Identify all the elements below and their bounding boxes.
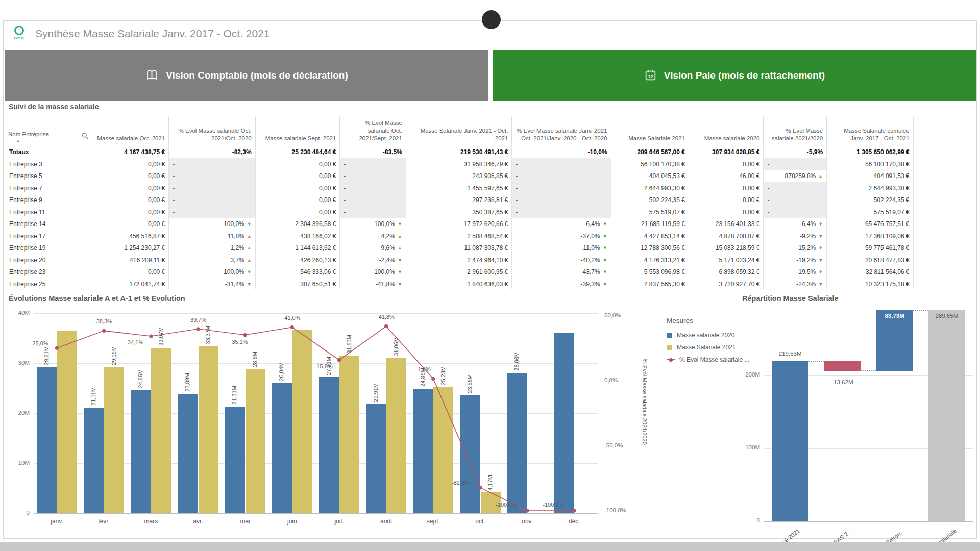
- bar-2021[interactable]: [104, 367, 124, 513]
- entreprise-cell[interactable]: Entreprise 20: [5, 254, 91, 266]
- evolution-point-label: 41,8%: [379, 314, 395, 320]
- bar-2020[interactable]: [84, 408, 104, 513]
- entreprise-cell[interactable]: Entreprise 7: [5, 182, 91, 194]
- value-cell: -6,4%▼: [764, 218, 827, 230]
- entreprise-cell[interactable]: Entreprise 5: [5, 170, 91, 182]
- value-cell: 0,00 €: [255, 206, 340, 218]
- column-header-8[interactable]: Masse salariale 2020: [689, 117, 764, 146]
- column-header-5[interactable]: Masse Salariale Janv. 2021 - Oct. 2021: [406, 117, 512, 146]
- value-cell: 1 840 636,03 €: [406, 278, 512, 289]
- vision-comptable-button[interactable]: Vision Comptable (mois de déclaration): [5, 50, 488, 101]
- column-header-9[interactable]: % Evol Masse salariale 2021/2020: [764, 117, 827, 146]
- trend-down-icon: ▼: [247, 282, 252, 287]
- column-header-0[interactable]: Nom Entreprise▲: [5, 117, 91, 146]
- value-cell: 297 236,81 €: [406, 194, 512, 206]
- waterfall-connector: [913, 310, 928, 311]
- legend-item-2[interactable]: % Evol Masse salariale ...: [667, 356, 748, 363]
- bar-2020[interactable]: [178, 394, 198, 513]
- column-header-1[interactable]: Masse salariale Oct. 2021: [91, 117, 168, 146]
- calendar-icon: 12: [644, 69, 657, 82]
- evolution-point[interactable]: [196, 327, 200, 331]
- bar-2021[interactable]: [246, 369, 265, 513]
- y-axis-label: 10M: [7, 460, 30, 466]
- column-header-6[interactable]: % Evol Masse salariale Janv. 2021 - Oct.…: [512, 117, 611, 146]
- vision-paie-button[interactable]: 12 Vision Paie (mois de rattachement): [493, 50, 976, 101]
- value-cell: 878259,8%▲: [764, 170, 827, 182]
- right-axis-label: -100,0%: [604, 507, 626, 513]
- bar-2021[interactable]: [433, 387, 453, 513]
- value-cell: 0,00 €: [91, 158, 168, 170]
- value-cell: 17 972 620,66 €: [406, 218, 512, 230]
- bar-2021[interactable]: [386, 358, 406, 513]
- empty-cell: [913, 230, 976, 242]
- bar-2020[interactable]: [319, 377, 339, 513]
- column-header-7[interactable]: Masse Salariale 2021: [611, 117, 689, 146]
- masse-salariale-table: Nom Entreprise▲Masse salariale Oct. 2021…: [5, 117, 976, 289]
- trend-up-icon: ▲: [398, 234, 402, 239]
- bar-2020[interactable]: [460, 395, 480, 513]
- y-axis-label: 100M: [736, 444, 760, 450]
- value-cell: 1 305 650 062,99 €: [827, 146, 913, 158]
- trend-down-icon: ▼: [818, 221, 823, 227]
- value-cell: -100,0%▼: [169, 218, 255, 230]
- empty-cell: [913, 206, 976, 218]
- evolution-point[interactable]: [384, 324, 388, 328]
- column-header-3[interactable]: Masse salariale Sept. 2021: [255, 117, 340, 146]
- entreprise-cell[interactable]: Entreprise 3: [5, 158, 91, 170]
- entreprise-cell[interactable]: Entreprise 14: [5, 218, 91, 230]
- entreprise-cell[interactable]: Entreprise 19: [5, 242, 91, 254]
- bar-2021[interactable]: [199, 346, 218, 513]
- vision-comptable-label: Vision Comptable (mois de déclaration): [166, 70, 348, 81]
- search-icon[interactable]: [82, 133, 88, 141]
- bar-2021[interactable]: [57, 331, 77, 513]
- legend-item-1[interactable]: Masse Salariale 2021: [667, 344, 748, 351]
- bar-2020[interactable]: [37, 367, 57, 513]
- value-cell: 23 156 401,33 €: [689, 218, 764, 230]
- entreprise-cell[interactable]: Entreprise 25: [5, 278, 91, 289]
- waterfall-bar-1[interactable]: [824, 361, 861, 371]
- table-row: Entreprise 140,00 €-100,0%▼2 304 396,58 …: [5, 218, 976, 230]
- bar-2020[interactable]: [131, 390, 151, 513]
- bar-2021[interactable]: [292, 330, 312, 513]
- x-axis-month-label: mars: [131, 518, 172, 525]
- bar-2020[interactable]: [272, 383, 292, 513]
- column-header-2[interactable]: % Evol Masse salariale Oct. 2021/Oct. 20…: [169, 117, 255, 146]
- waterfall-bar-2[interactable]: [876, 310, 913, 371]
- trend-down-icon: ▼: [818, 234, 823, 239]
- x-axis-month-label: févr.: [84, 518, 125, 525]
- value-cell: 0,00 €: [91, 182, 168, 194]
- empty-cell: [913, 158, 976, 170]
- evolution-point[interactable]: [102, 329, 106, 333]
- table-section-title: Suivi de la masse salariale: [9, 103, 99, 111]
- entreprise-cell[interactable]: Entreprise 9: [5, 194, 91, 206]
- waterfall-bar-3[interactable]: [928, 310, 965, 521]
- evolution-point[interactable]: [431, 377, 435, 381]
- entreprise-cell[interactable]: Entreprise 23: [5, 266, 91, 278]
- evolution-point-label: 39,7%: [190, 317, 206, 323]
- waterfall-bar-0[interactable]: [772, 361, 808, 521]
- value-cell: 1 455 597,65 €: [406, 182, 512, 194]
- bar-2021[interactable]: [151, 348, 171, 513]
- bar-2020[interactable]: [366, 404, 386, 513]
- entreprise-cell[interactable]: Entreprise 17: [5, 230, 91, 242]
- bar-2021[interactable]: [339, 356, 359, 513]
- evolution-point[interactable]: [243, 333, 247, 337]
- bar-2020[interactable]: [413, 389, 433, 513]
- legend-item-0[interactable]: Masse salariale 2020: [667, 332, 748, 339]
- bar-value-label: 33,07M: [158, 327, 164, 346]
- bar-2020[interactable]: [554, 333, 574, 513]
- value-cell: 9,6%▲: [340, 242, 406, 254]
- right-axis-title: % Evol Masse salariale 2021/2020: [642, 359, 648, 445]
- legend-swatch: [667, 333, 672, 338]
- bar-2020[interactable]: [225, 407, 245, 513]
- evolution-point[interactable]: [290, 325, 294, 329]
- empty-cell: [913, 278, 976, 289]
- table-row: Entreprise 30,00 €-0,00 €-31 958 346,79 …: [5, 158, 976, 170]
- column-header-4[interactable]: % Evol Masse salariale Oct. 2021/Sept. 2…: [340, 117, 406, 146]
- bar-2020[interactable]: [507, 373, 527, 513]
- entreprise-cell[interactable]: Entreprise 11: [5, 206, 91, 218]
- column-header-10[interactable]: Masse Salariale cumulée Janv. 2017 - Oct…: [827, 117, 913, 146]
- entreprise-cell[interactable]: Totaux: [5, 146, 91, 158]
- evolution-point[interactable]: [149, 334, 153, 338]
- value-cell: 32 811 564,06 €: [827, 266, 913, 278]
